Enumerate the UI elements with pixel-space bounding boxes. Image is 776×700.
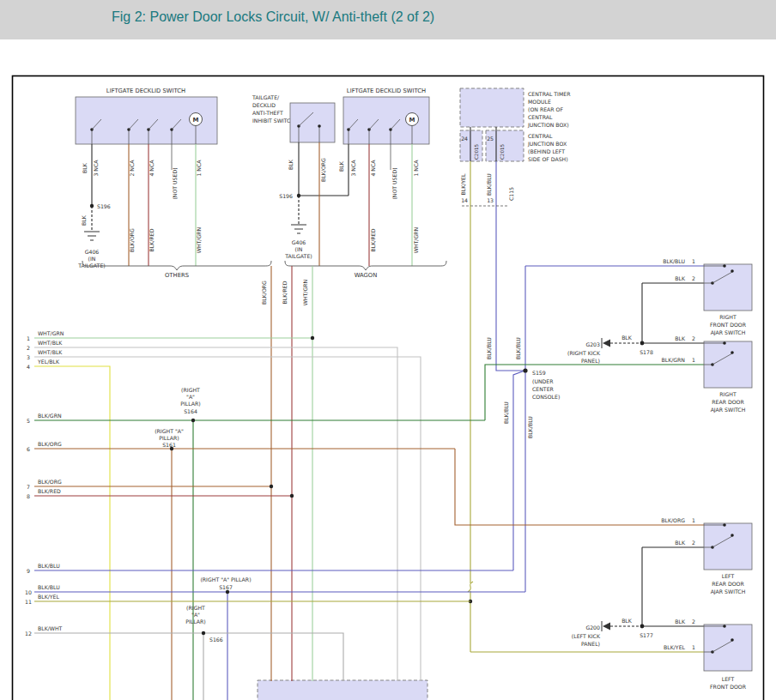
pin-number: 1 <box>692 517 695 523</box>
splice-loc: "A" <box>186 394 195 400</box>
pin-number: 2 <box>692 335 695 341</box>
splice-s167-dot <box>226 590 229 594</box>
splice-loc: (RIGHT "A" <box>155 428 184 434</box>
module-title: JUNCTION BOX) <box>527 122 569 129</box>
row-label: BLK/ORG <box>38 441 62 447</box>
row-label: BLK/YEL <box>38 594 60 600</box>
wire-label: BLK/YEL <box>460 173 466 196</box>
splice-s196-left-label: S196 <box>97 203 111 209</box>
splice-s159-dot <box>523 368 527 372</box>
module-title: (ON REAR OF <box>528 106 563 112</box>
row-label: WHT/BLK <box>38 340 63 346</box>
row-label: BLK/RED <box>38 488 61 494</box>
module-title: CENTRAL <box>528 133 553 139</box>
pin-label: BLK <box>338 160 344 172</box>
pin-number: 1 <box>692 644 695 650</box>
wire-label: WHT/GRN <box>413 226 419 253</box>
wire-label: BLK <box>675 540 686 546</box>
pin-number: 14 <box>461 197 468 203</box>
connector-label: C2015 <box>500 143 505 160</box>
ground-g200-label: G200 <box>585 625 600 631</box>
pin-label: 4 NCA <box>370 160 376 177</box>
row-number: 9 <box>27 568 30 574</box>
switch-name: REAR DOOR <box>712 581 744 587</box>
row-number: 10 <box>25 589 32 595</box>
ground-loc: TAILGATE) <box>77 262 105 269</box>
pin-number: 2 <box>692 619 695 625</box>
splice-s164-dot <box>191 419 195 422</box>
pin-number: 25 <box>487 136 494 142</box>
pin-label: (NOT USED) <box>391 167 397 199</box>
ground-g203-label: G203 <box>585 341 600 347</box>
module-title: JUNCTION BOX <box>527 141 567 148</box>
ground-g406-mid-label: G406 <box>292 239 306 245</box>
splice-s166-dot <box>202 631 205 635</box>
pin-number: 1 <box>692 258 695 264</box>
row-number: 8 <box>27 493 30 499</box>
pin-label: BLK/ORG <box>320 158 326 182</box>
module-title: LIFTGATE DECKLID SWITCH <box>106 88 185 94</box>
bottom-connector-box <box>258 680 427 700</box>
wire-label: BLK/BLU <box>663 258 685 264</box>
wire-label: BLK/RED <box>282 281 288 304</box>
row-label: BLK/WHT <box>38 625 63 631</box>
splice-loc: (RIGHT "A" PILLAR) <box>200 576 251 582</box>
splice-loc: CONSOLE) <box>532 394 560 400</box>
others-label: OTHERS <box>165 272 189 279</box>
row-label: BLK/BLU <box>38 584 60 590</box>
wire-label: BLK <box>675 275 686 281</box>
connector-c115-label: C115 <box>508 187 514 201</box>
wire-label: WHT/GRN <box>196 226 202 253</box>
wagon-label: WAGON <box>355 272 378 279</box>
pin-label: 3 NCA <box>93 160 99 177</box>
pin-number: 13 <box>487 197 494 203</box>
splice-s196-mid-label: S196 <box>279 193 293 199</box>
wire-label: WHT/GRN <box>302 279 308 305</box>
row-label: WHT/GRN <box>38 330 64 336</box>
wire-label: BLK/GRN <box>661 357 685 363</box>
splice-s164-label: S164 <box>184 408 197 414</box>
row-number: 12 <box>25 631 32 637</box>
ground-loc: (RIGHT KICK <box>567 350 601 356</box>
pin-number: 24 <box>461 136 468 142</box>
module-title: (BEHIND LEFT <box>528 148 565 154</box>
ground-loc: (LEFT KICK <box>572 633 601 639</box>
pin-number: 2 <box>692 540 695 546</box>
wire-label: BLK/BLU <box>527 416 533 438</box>
pin-number: 2 <box>692 275 695 281</box>
ground-loc: TAILGATE) <box>284 253 312 259</box>
row-number: 4 <box>27 364 30 370</box>
splice-s178-label: S178 <box>640 349 653 355</box>
pin-label: BLK <box>82 162 88 173</box>
diagram-border <box>13 76 764 700</box>
splice-s177-dot <box>640 625 645 629</box>
splice-s178-dot <box>640 341 645 346</box>
switch-name: REAR DOOR <box>712 399 744 405</box>
wire-label: BLK <box>621 618 633 624</box>
wire-label: BLK/ORG <box>129 228 135 252</box>
splice-loc: PILLAR) <box>180 401 201 407</box>
switch-name: FRONT DOOR <box>710 322 747 328</box>
splice-loc: (RIGHT <box>181 387 200 393</box>
row-number: 5 <box>27 418 30 424</box>
ground-loc: PANEL) <box>581 358 600 364</box>
splice-loc: CENTER <box>532 386 555 392</box>
row-number: 2 <box>27 345 30 351</box>
splice-loc: (RIGHT <box>186 605 205 611</box>
row-label: BLK/GRN <box>38 413 62 419</box>
wire-label: BLK/ORG <box>661 517 685 523</box>
connector-label: C2015 <box>474 143 479 160</box>
row-label: WHT/BLK <box>38 349 63 355</box>
row-number: 3 <box>27 354 30 360</box>
row-label: BLK/ORG <box>38 479 62 485</box>
motor-label: M <box>409 117 415 124</box>
module-title: SIDE OF DASH) <box>528 156 568 162</box>
switch-name: RIGHT <box>719 391 737 397</box>
row-number: 11 <box>25 599 32 605</box>
module-title: CENTRAL <box>528 114 553 120</box>
pin-label: 4 NCA <box>149 160 155 177</box>
splice-loc: PILLAR) <box>185 619 206 625</box>
wire-label: BLK <box>675 619 686 625</box>
pin-label: 1 NCA <box>413 160 419 177</box>
pin-label: BLK <box>288 159 294 170</box>
